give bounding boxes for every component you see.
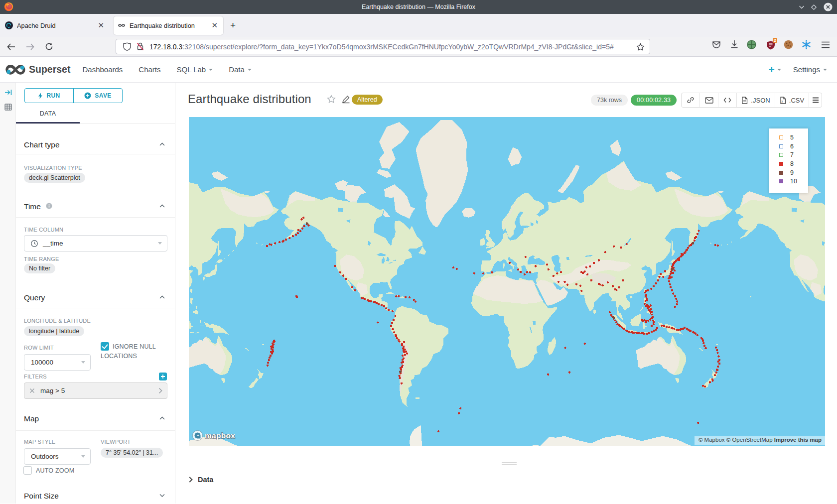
svg-text:x: x [781, 100, 783, 103]
